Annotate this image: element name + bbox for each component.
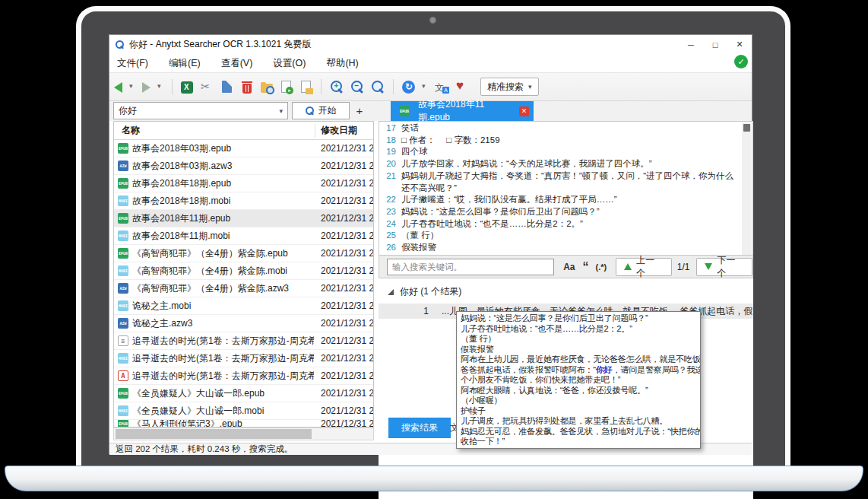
- table-row[interactable]: EPUB《高智商犯罪》（全4册）紫金陈.epub2021/12/31 2: [114, 245, 373, 262]
- maximize-button[interactable]: □: [703, 35, 727, 54]
- menu-item[interactable]: 查看(V): [221, 57, 253, 70]
- tree-expand-icon[interactable]: [388, 289, 394, 295]
- menu-item[interactable]: 帮助(H): [326, 57, 358, 70]
- file-date: 2021/12/31 2: [321, 195, 374, 206]
- result-number: 1: [379, 306, 429, 316]
- previous-match-button[interactable]: 上一个: [616, 258, 672, 276]
- refresh-icon[interactable]: [402, 81, 415, 94]
- cut-icon[interactable]: [200, 80, 214, 94]
- excel-export-icon[interactable]: [181, 81, 193, 94]
- table-row[interactable]: AZW《高智商犯罪》（全4册）紫金陈.azw32021/12/31 2: [114, 280, 373, 297]
- tooltip-line: 阿布瞪大眼睛，认真地说：“爸爸，你还没拨号呢。”: [461, 386, 696, 396]
- search-folder-icon[interactable]: [261, 84, 273, 93]
- file-name: 《高智商犯罪》（全4册）紫金陈.azw3: [132, 282, 314, 295]
- scrollbar-thumb[interactable]: [116, 429, 312, 439]
- tooltip-text: 妈妈说：“这是怎么回事？是你们后卫出了问题吗？”: [461, 313, 648, 323]
- minimize-button[interactable]: ─: [679, 35, 703, 54]
- chevron-down-icon[interactable]: [129, 80, 135, 94]
- document-content[interactable]: 17笑话18□ 作者： □ 字数：215919四个球20儿子放学回家，对妈妈说：…: [379, 121, 753, 256]
- zoom-out-icon[interactable]: [350, 80, 364, 94]
- close-button[interactable]: ✕: [727, 35, 752, 54]
- find-keyword-input[interactable]: [387, 259, 554, 275]
- table-row[interactable]: EPUB《马人利刑侦笔记3》.epub2021/12/31 2: [114, 420, 373, 427]
- menu-item[interactable]: 设置(O): [273, 57, 306, 70]
- previous-label: 上一个: [636, 254, 664, 280]
- table-row[interactable]: ≡追寻逝去的时光(第1卷：去斯万家那边-周克希.txt2021/12/31 2: [114, 332, 373, 350]
- search-icon: [306, 106, 315, 116]
- new-tab-button[interactable]: +: [353, 102, 366, 119]
- table-row[interactable]: MOBI《高智商犯罪》（全4册）紫金陈.mobi2021/12/31 2: [114, 262, 373, 280]
- column-header-date[interactable]: 修改日期: [321, 124, 357, 137]
- file-name: 《高智商犯罪》（全4册）紫金陈.mobi: [132, 265, 314, 278]
- back-icon[interactable]: [114, 82, 122, 93]
- tooltip-line: （董 行）: [461, 334, 696, 345]
- table-row[interactable]: EPUB故事会2018年03期.epub2021/12/31 2: [114, 140, 373, 157]
- scrollbar-thumb[interactable]: [743, 124, 750, 132]
- chevron-down-icon[interactable]: [422, 80, 428, 94]
- column-divider[interactable]: [315, 124, 315, 138]
- tooltip-line: 阿布在上幼儿园，最近她有些厌食，无论爸爸怎么哄，就是不吃饭。: [461, 354, 696, 365]
- open-folder-icon[interactable]: [301, 81, 311, 93]
- vertical-scrollbar[interactable]: [742, 122, 752, 256]
- tooltip-text: 护犊子: [461, 406, 486, 415]
- horizontal-scrollbar[interactable]: [113, 427, 374, 440]
- next-match-button[interactable]: 下一个: [696, 258, 752, 276]
- file-name: 故事会2018年11期.mobi: [132, 230, 314, 243]
- file-list-header[interactable]: 名称 修改日期: [114, 122, 373, 140]
- table-row[interactable]: AZW诡秘之主.azw32021/12/31 2: [114, 315, 373, 332]
- tooltip-line: 妈妈说：“这是怎么回事？是你们后卫出了问题吗？”: [461, 313, 696, 324]
- export-doc-icon[interactable]: [281, 81, 291, 93]
- chevron-down-icon[interactable]: [157, 80, 163, 94]
- start-search-button[interactable]: 开始: [292, 102, 350, 119]
- tooltip-text: 妈妈忍无可忍，准备发飙。爸爸见状，急切地对儿子说：“快把你的房间: [461, 427, 701, 436]
- file-name: 《全员嫌疑人》大山诚一郎.epub: [132, 387, 314, 400]
- document-tab[interactable]: EPUB 故事会2018年11期.epub: [391, 101, 534, 121]
- search-query-combobox[interactable]: 你好 ▾: [113, 102, 288, 119]
- tab-search-results[interactable]: 搜索结果: [388, 418, 451, 438]
- content-line: 17笑话: [381, 122, 752, 135]
- table-row[interactable]: MOBI故事会2018年11期.mobi2021/12/31 2: [114, 227, 373, 245]
- table-row[interactable]: EPUB《全员嫌疑人》大山诚一郎.epub2021/12/31 2: [114, 385, 373, 402]
- search-icon[interactable]: [371, 80, 385, 94]
- line-text: 笑话: [401, 122, 752, 135]
- table-row[interactable]: EPUB故事会2018年11期.epub2021/12/31 2: [114, 210, 373, 227]
- mobi-file-icon: MOBI: [118, 300, 128, 311]
- arrow-down-icon: [705, 263, 712, 270]
- copy-doc-icon[interactable]: [222, 81, 232, 93]
- precise-search-dropdown[interactable]: 精准搜索▾: [480, 78, 539, 96]
- line-number: 21: [381, 170, 396, 194]
- file-name: 故事会2018年18期.epub: [132, 177, 314, 190]
- mobi-file-icon: MOBI: [118, 195, 128, 206]
- next-label: 下一个: [717, 254, 744, 280]
- regex-button[interactable]: (.*): [596, 262, 607, 272]
- forward-icon[interactable]: [142, 82, 150, 93]
- tooltip-line: 收拾一下！”: [461, 437, 696, 447]
- match-case-button[interactable]: Aa: [563, 262, 575, 272]
- table-row[interactable]: MOBI诡秘之主.mobi2021/12/31 2: [114, 297, 373, 315]
- result-group-header[interactable]: 你好 (1 个结果): [388, 285, 753, 298]
- table-row[interactable]: MOBI《全员嫌疑人》大山诚一郎.mobi2021/12/31 2: [114, 402, 373, 420]
- translate-icon[interactable]: [435, 80, 448, 94]
- tooltip-text: （董 行）: [461, 334, 496, 343]
- table-row[interactable]: AZW故事会2018年03期.azw32021/12/31 2: [114, 157, 373, 175]
- line-text: 四个球: [401, 146, 752, 158]
- table-row[interactable]: A追寻逝去的时光(第1卷：去斯万家那边-周克希.pdf2021/12/31 2: [114, 367, 373, 385]
- delete-icon[interactable]: [242, 84, 252, 94]
- line-number: 17: [381, 122, 396, 135]
- favorite-icon[interactable]: [455, 80, 469, 94]
- menu-item[interactable]: 文件(F): [117, 57, 148, 70]
- chevron-down-icon[interactable]: ▾: [279, 107, 283, 115]
- tooltip-text: 儿子调皮，把玩具扔得到处都是，家里看上去乱七八糟。: [461, 416, 667, 425]
- table-row[interactable]: MOBI追寻逝去的时光(第1卷：去斯万家那边-周克希.m...2021/12/3…: [114, 350, 373, 367]
- file-date: 2021/12/31 2: [321, 161, 374, 171]
- line-number: 23: [381, 206, 396, 218]
- tab-close-icon[interactable]: [519, 106, 529, 116]
- tooltip-text: 阿布在上幼儿园，最近她有些厌食，无论爸爸怎么哄，就是不吃饭。: [461, 354, 701, 364]
- column-header-name[interactable]: 名称: [122, 124, 140, 137]
- match-quote-button[interactable]: “: [583, 263, 589, 271]
- toolbar-separator: [321, 79, 322, 94]
- table-row[interactable]: EPUB故事会2018年18期.epub2021/12/31 2: [114, 175, 373, 192]
- menu-item[interactable]: 编辑(E): [169, 57, 201, 70]
- table-row[interactable]: MOBI故事会2018年18期.mobi2021/12/31 2: [114, 192, 373, 210]
- zoom-in-icon[interactable]: [330, 80, 344, 94]
